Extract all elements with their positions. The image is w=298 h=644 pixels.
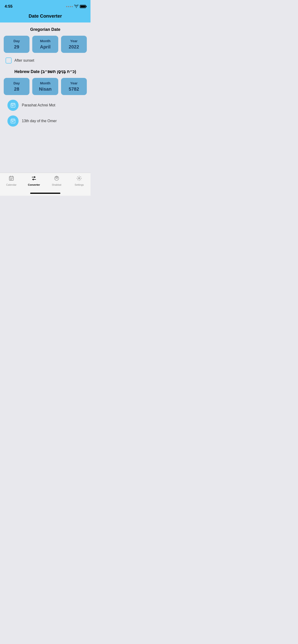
status-bar: 4:55 — [0, 0, 91, 12]
svg-rect-0 — [11, 104, 15, 107]
svg-rect-19 — [10, 179, 11, 180]
battery-icon — [80, 5, 86, 8]
hebrew-day-value: 28 — [6, 86, 28, 92]
tab-shabbat-label: Shabbat — [52, 183, 61, 186]
hebrew-month-tile[interactable]: Month Nisan — [32, 78, 58, 95]
tab-shabbat[interactable]: Shabbat — [45, 176, 68, 186]
after-sunset-checkbox[interactable] — [6, 58, 12, 64]
svg-rect-6 — [11, 119, 15, 123]
status-time: 4:55 — [5, 4, 13, 9]
shabbat-tab-icon — [54, 176, 59, 182]
gregorian-year-tile[interactable]: Year 2022 — [61, 36, 87, 53]
hebrew-section-title: Hebrew Date (כ״ח בְּנִיסָן תשפ״ב) — [4, 69, 87, 74]
tab-settings-label: Settings — [75, 183, 84, 186]
svg-rect-4 — [12, 106, 13, 106]
svg-rect-20 — [11, 179, 12, 180]
svg-rect-11 — [13, 121, 14, 122]
tab-settings[interactable]: Settings — [68, 176, 91, 186]
home-indicator — [0, 191, 91, 196]
hebrew-date-row: Day 28 Month Nisan Year 5782 — [4, 78, 87, 95]
gregorian-month-tile[interactable]: Month April — [32, 36, 58, 53]
gregorian-date-row: Day 29 Month April Year 2022 — [4, 36, 87, 53]
calendar-tab-icon — [9, 176, 14, 182]
gregorian-day-tile[interactable]: Day 29 — [4, 36, 30, 53]
after-sunset-label: After sunset — [15, 58, 34, 62]
hebrew-year-label: Year — [63, 81, 85, 85]
hebrew-month-value: Nisan — [34, 86, 56, 92]
svg-point-22 — [79, 178, 80, 179]
hebrew-year-tile[interactable]: Year 5782 — [61, 78, 87, 95]
gregorian-month-value: April — [34, 44, 56, 50]
svg-rect-16 — [10, 178, 11, 179]
after-sunset-row: After sunset — [6, 58, 87, 64]
svg-point-21 — [55, 176, 59, 180]
hebrew-month-label: Month — [34, 81, 56, 85]
main-content: Gregorian Date Day 29 Month April Year 2… — [0, 22, 91, 173]
hebrew-day-label: Day — [6, 81, 28, 85]
hebrew-day-tile[interactable]: Day 28 — [4, 78, 30, 95]
omer-text: 13th day of the Omer — [22, 119, 57, 123]
omer-icon-circle — [8, 116, 19, 126]
svg-rect-17 — [11, 178, 12, 179]
settings-tab-icon — [76, 176, 82, 182]
wifi-icon — [74, 5, 79, 8]
parasha-icon-circle — [8, 100, 19, 111]
gregorian-day-value: 29 — [6, 44, 28, 50]
tab-bar: Calendar Converter Shabbat — [0, 173, 91, 191]
tab-converter-label: Converter — [28, 183, 40, 186]
gregorian-year-label: Year — [63, 39, 85, 43]
gregorian-section-title: Gregorian Date — [4, 27, 87, 32]
gregorian-year-value: 2022 — [63, 44, 85, 50]
converter-tab-icon — [31, 176, 37, 182]
nav-header: Date Converter — [0, 12, 91, 22]
gregorian-month-label: Month — [34, 39, 56, 43]
home-bar — [30, 193, 60, 194]
tab-calendar[interactable]: Calendar — [0, 176, 23, 186]
status-icons — [66, 5, 86, 8]
svg-rect-5 — [13, 106, 14, 106]
tab-converter[interactable]: Converter — [23, 176, 46, 186]
svg-rect-18 — [12, 178, 13, 179]
calendar-icon-2 — [10, 118, 16, 124]
svg-rect-10 — [12, 121, 13, 122]
tab-calendar-label: Calendar — [6, 183, 17, 186]
omer-row: 13th day of the Omer — [4, 116, 87, 126]
calendar-icon — [10, 102, 16, 108]
parasha-text: Parashat Achrei Mot — [22, 103, 55, 107]
nav-title: Date Converter — [29, 14, 62, 18]
signal-icon — [66, 6, 73, 7]
hebrew-year-value: 5782 — [63, 86, 85, 92]
parasha-row: Parashat Achrei Mot — [4, 100, 87, 111]
gregorian-day-label: Day — [6, 39, 28, 43]
